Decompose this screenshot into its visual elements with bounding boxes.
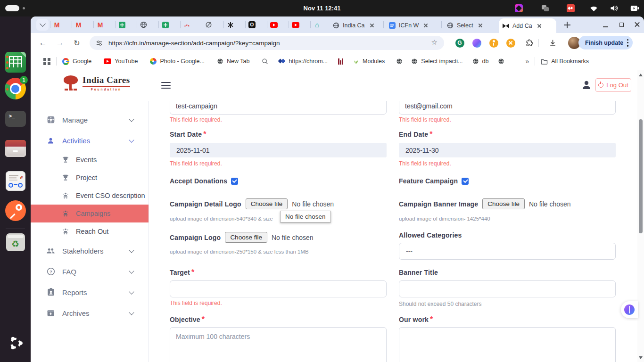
sidebar-item-reach-out[interactable]: Reach Out — [31, 222, 149, 240]
bookmark-search[interactable] — [262, 58, 268, 65]
dock-item-app-grid[interactable] — [5, 335, 26, 351]
dock-item-files[interactable] — [5, 140, 26, 157]
dock-item-trash[interactable]: ♻ — [5, 233, 26, 251]
scroll-down-arrow[interactable] — [639, 356, 643, 359]
tab-close-icon[interactable] — [368, 22, 376, 29]
pinned-tab-globe[interactable] — [140, 21, 148, 29]
sidebar-item-archives[interactable]: Archives — [31, 303, 149, 323]
pinned-tab-ghost[interactable] — [205, 21, 213, 29]
finish-update-button[interactable]: Finish update — [578, 36, 633, 49]
kebab-menu-icon[interactable] — [627, 39, 629, 47]
email-input[interactable] — [399, 101, 616, 115]
bookmark-photos[interactable]: Photo - Google... — [150, 58, 205, 65]
bookmark-hindi-site[interactable] — [338, 58, 344, 65]
extensions-puzzle-icon[interactable] — [524, 38, 534, 48]
bookmark-globe[interactable] — [396, 58, 403, 65]
chat-icon[interactable] — [542, 5, 549, 11]
url-text[interactable]: https://icfn.in/manage-section/add-campa… — [108, 40, 280, 47]
address-bar[interactable]: https://icfn.in/manage-section/add-campa… — [90, 36, 444, 50]
banner-title-input[interactable] — [399, 280, 616, 297]
new-tab-button[interactable] — [562, 20, 572, 30]
battery-icon[interactable] — [630, 5, 639, 11]
sidebar-item-campaigns[interactable]: Campaigns — [31, 205, 149, 222]
apps-grid-icon[interactable] — [43, 58, 50, 65]
screenshare-icon[interactable] — [567, 4, 575, 12]
pinned-tab-gmail[interactable]: M — [53, 21, 61, 29]
bookmark-globe[interactable] — [498, 58, 504, 65]
objective-textarea[interactable] — [170, 327, 387, 362]
sidebar-item-stakeholders[interactable]: Stakeholders — [31, 240, 149, 261]
bookmark-google[interactable]: Google — [62, 58, 91, 65]
dock-item-terminal[interactable]: >_ — [5, 111, 26, 127]
pinned-tab-youtube[interactable] — [291, 21, 299, 29]
dock-item-postman[interactable] — [5, 200, 26, 221]
pinned-tab-sheets[interactable] — [161, 21, 169, 29]
forward-button[interactable]: → — [54, 37, 66, 49]
back-button[interactable]: ← — [37, 37, 49, 49]
user-icon[interactable] — [581, 79, 592, 90]
dock-item-document-viewer[interactable]: e — [5, 171, 26, 191]
sidebar-item-manage[interactable]: Manage — [31, 109, 149, 130]
toolbox-icon[interactable] — [515, 4, 523, 12]
accept-donations-checkbox[interactable] — [231, 178, 238, 185]
volume-icon[interactable] — [610, 5, 618, 12]
brand-logo[interactable]: India Cares Foundation — [63, 75, 130, 91]
sidebar-item-event-cso-description[interactable]: Event CSO description — [31, 187, 149, 205]
all-bookmarks[interactable]: All Bookmarks — [541, 58, 589, 65]
tab-close-icon[interactable] — [536, 22, 543, 30]
dock-item-chrome[interactable]: 1 — [5, 78, 26, 99]
end-date-input[interactable]: 2025-11-30 — [399, 143, 616, 157]
campaign-name-input[interactable] — [170, 101, 387, 115]
page-scrollbar[interactable] — [637, 70, 644, 362]
choose-file-button[interactable]: Choose file — [246, 198, 288, 209]
orange-assistant-extension-icon[interactable] — [488, 38, 499, 48]
bookmark-star-icon[interactable]: ☆ — [431, 38, 438, 47]
system-tray[interactable] — [515, 0, 639, 16]
monica-floating-button[interactable] — [621, 301, 638, 318]
pinned-tab-o-app[interactable]: O — [248, 21, 256, 29]
pinned-tab-red-arc[interactable] — [183, 21, 191, 29]
choose-file-button[interactable]: Choose file — [225, 232, 267, 243]
pinned-tab-youtube[interactable] — [270, 21, 278, 29]
choose-file-button[interactable]: Choose file — [482, 198, 525, 209]
tab-select[interactable]: Select — [443, 18, 496, 33]
tab-close-icon[interactable] — [477, 22, 484, 29]
bookmark-new-tab[interactable]: New Tab — [217, 58, 249, 65]
target-input[interactable] — [170, 280, 387, 297]
downloads-icon[interactable] — [547, 38, 558, 48]
logout-button[interactable]: Log Out — [595, 78, 631, 92]
bookmark-select-impact[interactable]: Select impacti... — [411, 58, 462, 65]
sidebar-item-reports[interactable]: Reports — [31, 282, 149, 303]
tune-icon[interactable] — [96, 40, 103, 47]
bookmark-youtube[interactable]: YouTube — [104, 58, 138, 65]
bookmark-modules[interactable]: Modules — [353, 58, 385, 65]
scroll-up-arrow[interactable] — [639, 74, 643, 76]
start-date-input[interactable]: 2025-11-01 — [170, 143, 387, 157]
pinned-tab-sheets[interactable] — [118, 21, 126, 29]
feature-campaign-checkbox[interactable] — [462, 178, 469, 185]
sidebar-item-project[interactable]: Project — [31, 169, 149, 187]
grammarly-extension-icon[interactable]: G — [454, 38, 465, 48]
window-minimize-button[interactable] — [602, 21, 610, 28]
bookmark-chrom-link[interactable]: https://chrom... — [279, 58, 328, 65]
tab-close-icon[interactable] — [422, 22, 429, 29]
tab-search-button[interactable] — [36, 19, 49, 31]
tab-add-campaign-active[interactable]: Add Ca — [499, 18, 556, 33]
tab-india-cares[interactable]: India Ca — [329, 18, 382, 33]
window-close-button[interactable] — [634, 21, 641, 28]
pinned-tab-gmail[interactable]: M — [96, 21, 104, 29]
bookmarks-overflow[interactable]: » — [525, 58, 529, 65]
sidebar-item-events[interactable]: Events — [31, 151, 149, 169]
sidebar-item-faq[interactable]: ? FAQ — [31, 261, 149, 282]
hamburger-menu-icon[interactable] — [161, 82, 171, 89]
pinned-tab-gmail[interactable]: M — [74, 21, 83, 29]
our-work-textarea[interactable] — [399, 327, 616, 362]
tab-icfn[interactable]: ICFn W — [385, 18, 439, 33]
orange-blocker-extension-icon[interactable] — [505, 38, 516, 48]
monica-brain-extension-icon[interactable] — [471, 38, 482, 48]
allowed-categories-select[interactable]: --- — [399, 243, 616, 260]
pinned-tab-home[interactable]: ⌂ — [313, 21, 321, 29]
window-restore-button[interactable] — [618, 21, 626, 28]
wifi-icon[interactable] — [590, 5, 598, 12]
bookmark-db[interactable]: db — [472, 58, 489, 65]
